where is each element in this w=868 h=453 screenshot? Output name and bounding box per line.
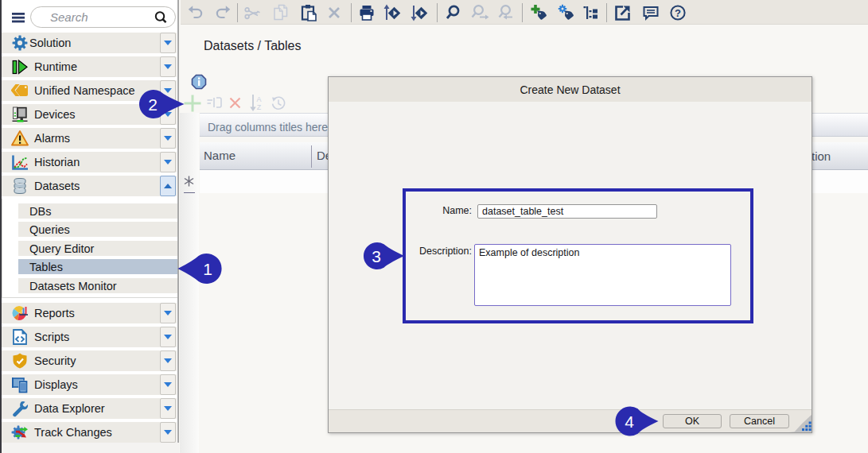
svg-text:Z: Z <box>257 103 262 111</box>
svg-text:3: 3 <box>372 247 381 265</box>
svg-text:A: A <box>256 95 261 103</box>
svg-text:1: 1 <box>203 260 212 278</box>
svg-text:?: ? <box>675 7 681 19</box>
svg-text:2: 2 <box>148 95 158 114</box>
svg-text:4: 4 <box>625 412 634 431</box>
